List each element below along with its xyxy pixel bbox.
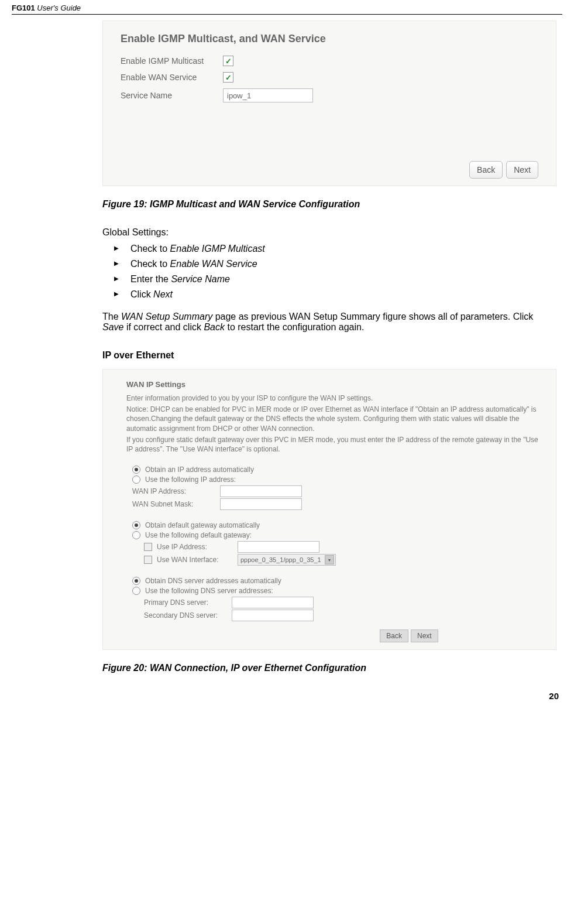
service-name-input[interactable]: ipow_1 — [223, 88, 313, 102]
list-item: Check to Enable WAN Service — [114, 259, 556, 269]
paragraph-wan-summary: The WAN Setup Summary page as previous W… — [102, 312, 556, 333]
panel2-intro-2: Notice: DHCP can be enabled for PVC in M… — [126, 405, 539, 433]
panel1-title: Enable IGMP Multicast, and WAN Service — [121, 33, 538, 45]
ip-manual-radio[interactable] — [132, 475, 140, 484]
wan-subnet-mask-label: WAN Subnet Mask: — [132, 500, 220, 508]
figure-19-caption: Figure 19: IGMP Multicast and WAN Servic… — [102, 199, 556, 210]
panel2-intro-1: Enter information provided to you by you… — [126, 393, 539, 403]
gw-manual-label: Use the following default gateway: — [145, 531, 252, 539]
primary-dns-label: Primary DNS server: — [144, 598, 232, 607]
panel2-next-button[interactable]: Next — [411, 629, 438, 642]
back-button[interactable]: Back — [469, 161, 503, 179]
wan-service-label: Enable WAN Service — [121, 73, 223, 82]
use-wan-interface-select[interactable]: pppoe_0_35_1/ppp_0_35_1 ▾ — [238, 554, 336, 566]
wan-ip-address-input[interactable] — [220, 485, 302, 497]
gw-auto-radio[interactable] — [132, 521, 140, 529]
igmp-checkbox[interactable]: ✓ — [223, 56, 233, 66]
panel2-back-button[interactable]: Back — [380, 629, 408, 642]
ip-over-ethernet-heading: IP over Ethernet — [102, 350, 556, 361]
dns-manual-radio[interactable] — [132, 587, 140, 595]
dns-manual-label: Use the following DNS server addresses: — [145, 587, 273, 595]
wan-ip-settings-panel: WAN IP Settings Enter information provid… — [102, 369, 556, 650]
header-product: FG101 — [12, 4, 35, 12]
use-wan-interface-label: Use WAN Interface: — [157, 556, 233, 564]
use-wan-interface-checkbox[interactable] — [144, 556, 152, 564]
next-button[interactable]: Next — [506, 161, 538, 179]
ip-manual-label: Use the following IP address: — [145, 475, 236, 484]
panel2-intro-3: If you configure static default gateway … — [126, 435, 539, 454]
wan-interface-value: pppoe_0_35_1/ppp_0_35_1 — [240, 556, 321, 563]
use-ip-address-checkbox[interactable] — [144, 543, 152, 551]
list-item: Check to Enable IGMP Multicast — [114, 244, 556, 254]
ip-auto-radio[interactable] — [132, 466, 140, 474]
ip-auto-label: Obtain an IP address automatically — [145, 466, 254, 474]
primary-dns-input[interactable] — [232, 597, 314, 608]
dns-auto-label: Obtain DNS server addresses automaticall… — [145, 577, 281, 585]
chevron-down-icon: ▾ — [325, 555, 334, 564]
doc-header: FG101 User's Guide — [12, 0, 562, 15]
secondary-dns-input[interactable] — [232, 610, 314, 621]
header-suffix: User's Guide — [35, 4, 81, 12]
use-ip-address-label: Use IP Address: — [157, 543, 233, 551]
page-number: 20 — [12, 691, 562, 701]
global-settings-heading: Global Settings: — [102, 227, 556, 238]
use-ip-address-input[interactable] — [238, 541, 319, 553]
gw-manual-radio[interactable] — [132, 531, 140, 539]
list-item: Enter the Service Name — [114, 274, 556, 285]
gw-auto-label: Obtain default gateway automatically — [145, 521, 260, 529]
wan-service-checkbox[interactable]: ✓ — [223, 72, 233, 83]
list-item: Click Next — [114, 289, 556, 300]
wan-ip-address-label: WAN IP Address: — [132, 487, 220, 495]
dns-auto-radio[interactable] — [132, 577, 140, 585]
igmp-wan-panel: Enable IGMP Multicast, and WAN Service E… — [102, 20, 556, 186]
igmp-label: Enable IGMP Multicast — [121, 56, 223, 66]
wan-subnet-mask-input[interactable] — [220, 498, 302, 510]
panel2-title: WAN IP Settings — [126, 380, 539, 389]
bullet-list: Check to Enable IGMP Multicast Check to … — [114, 244, 556, 300]
service-name-label: Service Name — [121, 91, 223, 100]
secondary-dns-label: Secondary DNS server: — [144, 611, 232, 620]
figure-20-caption: Figure 20: WAN Connection, IP over Ether… — [102, 663, 556, 673]
